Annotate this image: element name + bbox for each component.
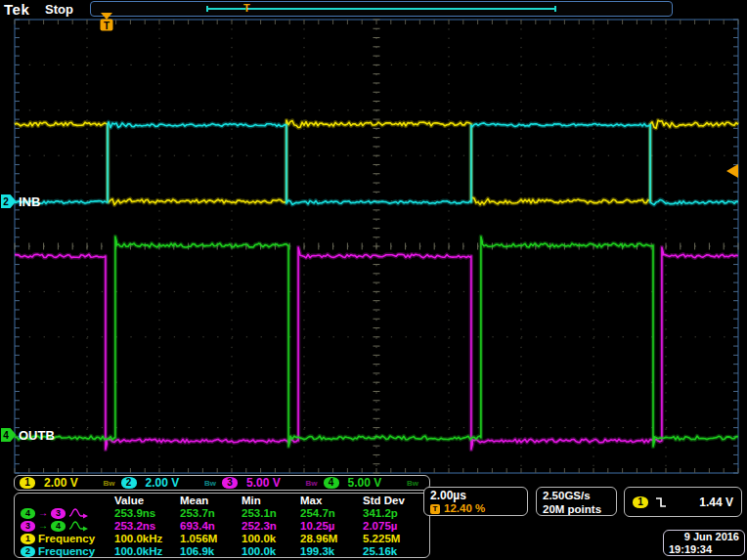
delay-measurement-icon [68,520,89,532]
measurement-row: 1Frequency100.0kHz1.056M100.0k28.96M5.22… [17,533,427,545]
channel-4-badge: 4 [51,521,66,532]
channel-3-badge: 3 [21,521,35,532]
measurement-value: 253.2ns [114,520,180,532]
measurements-header-row: ValueMeanMinMaxStd Dev [17,495,427,507]
channel-2-badge: 2 [21,546,35,557]
sample-rate: 2.50GS/s [543,489,610,502]
measurement-row: 2Frequency100.0kHz106.9k100.0k199.3k25.1… [17,545,427,558]
bandwidth-limit-icon: Bw [204,479,216,488]
measurement-value: 199.3k [300,545,363,557]
measurement-value: 106.9k [180,545,242,557]
measurement-value: 341.2p [363,507,425,519]
acquisition-settings-box[interactable]: 2.50GS/s 20M points [536,487,617,516]
channel-3-readout[interactable]: 35.00 VBw [222,476,324,490]
channel-settings-bar: 12.00 VBw22.00 VBw35.00 VBw45.00 VBw [14,475,430,491]
falling-edge-icon [655,496,667,508]
channel-4-badge: 4 [21,508,35,519]
channel-1-scale: 2.00 V [44,476,78,490]
measurement-value: 693.4n [180,520,242,532]
scope-screen: Tek Stop T T2INB4OUTB 12.00 VBw22.00 VBw… [0,0,747,560]
measurement-column-header: Std Dev [363,495,425,506]
measurement-value: 253.1n [242,507,300,519]
channel-4-label: OUTB [19,428,55,443]
trigger-source-badge: 1 [633,496,648,508]
date-label: 9 Jun 2016 [669,531,739,543]
measurement-value: 100.0kHz [114,545,180,557]
channel-3-badge: 3 [51,508,66,519]
measurement-value: 254.7n [300,507,363,519]
svg-text:T: T [104,21,110,31]
bandwidth-limit-icon: Bw [407,479,418,488]
timebase-scale: 2.00µs [430,489,521,502]
trigger-position-icon: T [430,504,440,514]
measurement-value: 253.7n [180,507,242,519]
measurement-value: 100.0k [242,533,300,544]
measurement-column-header: Value [114,495,180,506]
measurement-row: 4→3253.9ns253.7n253.1n254.7n341.2p [17,507,427,520]
measurement-value: 25.16k [363,545,425,557]
trigger-settings-box[interactable]: 1 1.44 V [624,487,742,517]
measurement-name: Frequency [38,533,95,544]
channel-4-readout[interactable]: 45.00 VBw [324,476,425,490]
channel-4-badge: 4 [324,477,339,489]
channel-2-readout[interactable]: 22.00 VBw [121,476,223,490]
time-label: 19:19:34 [669,543,739,556]
measurement-column-header: Min [242,495,300,506]
bandwidth-limit-icon: Bw [104,479,115,488]
delay-measurement-icon [68,507,89,519]
measurement-value: 252.3n [242,520,300,532]
channel-2-scale: 2.00 V [146,476,180,490]
horizontal-settings-box[interactable]: 2.00µs T 12.40 % [423,487,528,516]
record-length: 20M points [543,502,610,516]
channel-1-badge: 1 [21,534,35,544]
measurement-value: 5.225M [363,533,425,544]
channel-4-scale: 5.00 V [348,476,382,490]
measurement-column-header: Max [300,495,363,506]
channel-2-label: INB [19,194,40,209]
channel-2-marker[interactable]: 2INB [1,194,40,209]
measurement-value: 100.0k [242,545,300,557]
measurement-value: 28.96M [300,533,363,544]
svg-text:2: 2 [3,196,9,207]
svg-text:4: 4 [3,430,9,441]
trigger-position-percent: 12.40 % [444,502,485,515]
channel-3-badge: 3 [222,477,238,489]
measurement-value: 1.056M [180,533,242,544]
channel-1-readout[interactable]: 12.00 VBw [20,476,121,490]
trigger-position-flag[interactable]: T [101,13,113,31]
measurement-value: 10.25µ [300,520,363,532]
channel-1-badge: 1 [20,477,35,489]
measurement-value: 100.0kHz [114,533,180,544]
measurement-value: 2.075µ [363,520,425,532]
arrow-icon: → [38,508,48,518]
measurement-row: 3→4253.2ns693.4n252.3n10.25µ2.075µ [17,520,427,533]
measurement-value: 253.9ns [114,507,180,519]
channel-2-badge: 2 [121,477,137,489]
channel-3-scale: 5.00 V [246,476,281,490]
measurement-column-header: Mean [180,495,242,506]
arrow-icon: → [38,521,48,531]
channel-4-marker[interactable]: 4OUTB [1,428,55,443]
measurements-table: ValueMeanMinMaxStd Dev4→3253.9ns253.7n25… [14,493,430,558]
datetime-box: 9 Jun 2016 19:19:34 [663,530,745,556]
trigger-level: 1.44 V [674,495,733,509]
measurement-name: Frequency [38,545,95,557]
bandwidth-limit-icon: Bw [306,479,318,488]
